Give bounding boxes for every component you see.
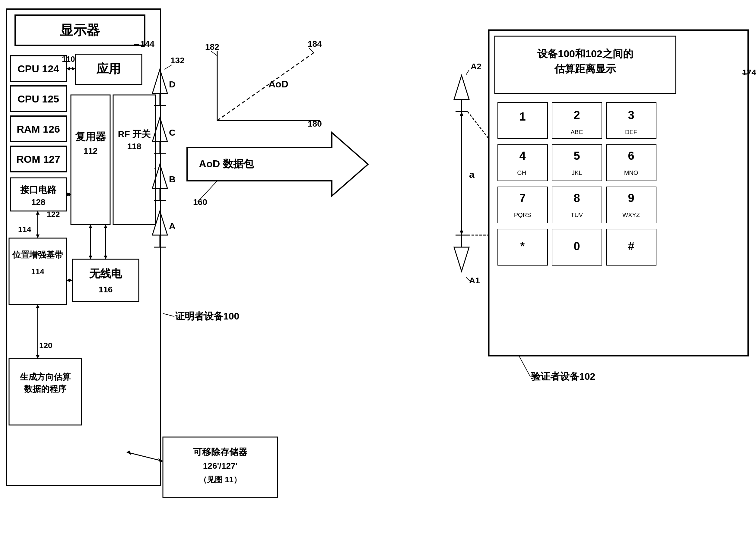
svg-text:PQRS: PQRS [514, 211, 531, 218]
radio-box [73, 259, 139, 301]
prover-label: 证明者设备100 [175, 311, 239, 322]
svg-line-64 [468, 112, 489, 139]
label-132: 132 [170, 56, 185, 65]
svg-line-69 [163, 314, 174, 317]
interface-label: 接口电路 [20, 185, 57, 195]
antenna-b-label: B [169, 174, 176, 184]
svg-text:1: 1 [519, 110, 526, 123]
svg-text:*: * [520, 240, 525, 253]
svg-line-58 [466, 70, 469, 75]
svg-text:2: 2 [573, 109, 580, 122]
removable-label2: 126'/127' [203, 461, 238, 470]
svg-text:GHI: GHI [517, 169, 528, 176]
svg-text:8: 8 [573, 192, 580, 204]
aod-label: AoD [268, 79, 288, 90]
app-label: 应用 [96, 62, 121, 75]
ram126-label: RAM 126 [16, 123, 60, 135]
mux-num: 112 [83, 146, 98, 155]
svg-marker-21 [89, 225, 92, 228]
radio-num: 116 [99, 285, 113, 294]
svg-marker-20 [89, 256, 92, 259]
prover-outer-box [7, 9, 161, 485]
verifier-label: 验证者设备102 [530, 371, 595, 382]
svg-text:ABC: ABC [570, 129, 583, 135]
antenna-a1 [454, 247, 469, 271]
svg-text:5: 5 [573, 150, 580, 162]
svg-text:0: 0 [573, 240, 580, 253]
svg-line-31 [165, 65, 172, 69]
label-182: 182 [205, 42, 219, 51]
rom127-label: ROM 127 [16, 154, 60, 165]
svg-marker-63 [460, 231, 463, 235]
diagram-svg: 显示器 144 应用 CPU 124 CPU 125 RAM 126 ROM 1… [0, 0, 756, 535]
antenna-d-label: D [169, 79, 176, 89]
svg-text:7: 7 [519, 192, 526, 204]
svg-marker-18 [104, 225, 107, 228]
svg-text:4: 4 [519, 150, 526, 162]
svg-line-66 [127, 452, 163, 461]
svg-text:WXYZ: WXYZ [622, 211, 640, 218]
removable-label1: 可移除存储器 [193, 447, 248, 457]
mux-label: 复用器 [75, 131, 106, 142]
svg-text:TUV: TUV [571, 211, 583, 218]
svg-marker-15 [36, 304, 40, 308]
antenna-a-label: A [169, 221, 176, 231]
label-110: 110 [62, 55, 75, 64]
label-180: 180 [308, 119, 322, 128]
svg-marker-3 [72, 67, 76, 70]
verifier-display-1: 设备100和102之间的 [537, 48, 633, 59]
baseband-num: 114 [31, 267, 45, 276]
svg-text:3: 3 [628, 109, 634, 122]
svg-marker-62 [460, 112, 463, 116]
svg-marker-11 [36, 235, 40, 238]
mux-box [71, 95, 110, 225]
svg-line-34 [197, 181, 217, 202]
cpu124-label: CPU 124 [17, 63, 59, 74]
direction-label2: 数据的程序 [24, 384, 67, 394]
label-a-dist: a [469, 169, 474, 180]
verifier-display-2: 估算距离显示 [554, 63, 616, 74]
label-a1: A1 [469, 276, 480, 285]
label-174: 174 [742, 68, 756, 77]
aod-packet-label: AoD 数据包 [199, 158, 254, 169]
label-120: 120 [39, 341, 52, 350]
radio-label: 无线电 [89, 268, 122, 280]
svg-line-32 [211, 51, 217, 56]
antenna-a2 [454, 75, 469, 99]
svg-text:MNO: MNO [624, 169, 638, 176]
svg-text:#: # [628, 240, 634, 253]
svg-marker-14 [36, 355, 40, 359]
rf-label: RF 开关 [118, 129, 151, 139]
svg-marker-17 [104, 256, 107, 259]
svg-line-70 [519, 356, 530, 377]
display-label: 显示器 [60, 23, 100, 37]
svg-text:9: 9 [628, 192, 634, 204]
verifier-device-box [489, 30, 748, 356]
removable-label3: （见图 11） [199, 475, 241, 484]
cpu125-label: CPU 125 [17, 93, 59, 104]
direction-label1: 生成方向估算 [19, 372, 71, 381]
label-114: 114 [18, 225, 31, 234]
svg-text:JKL: JKL [572, 169, 582, 176]
svg-marker-9 [69, 278, 73, 282]
svg-marker-12 [36, 211, 40, 214]
label-144: 144 [140, 39, 154, 48]
svg-text:6: 6 [628, 150, 634, 162]
label-122: 122 [47, 210, 60, 219]
baseband-label1: 位置增强基带 [12, 250, 63, 260]
svg-text:DEF: DEF [625, 129, 637, 135]
svg-line-33 [309, 48, 314, 53]
rf-box [113, 95, 155, 225]
label-184: 184 [308, 39, 322, 48]
label-a2: A2 [470, 62, 481, 71]
rf-num: 118 [127, 142, 141, 151]
interface-num: 128 [31, 197, 45, 207]
diagram: 显示器 144 应用 CPU 124 CPU 125 RAM 126 ROM 1… [0, 0, 756, 535]
aod-angle-line [217, 53, 314, 121]
antenna-c-label: C [169, 127, 176, 137]
